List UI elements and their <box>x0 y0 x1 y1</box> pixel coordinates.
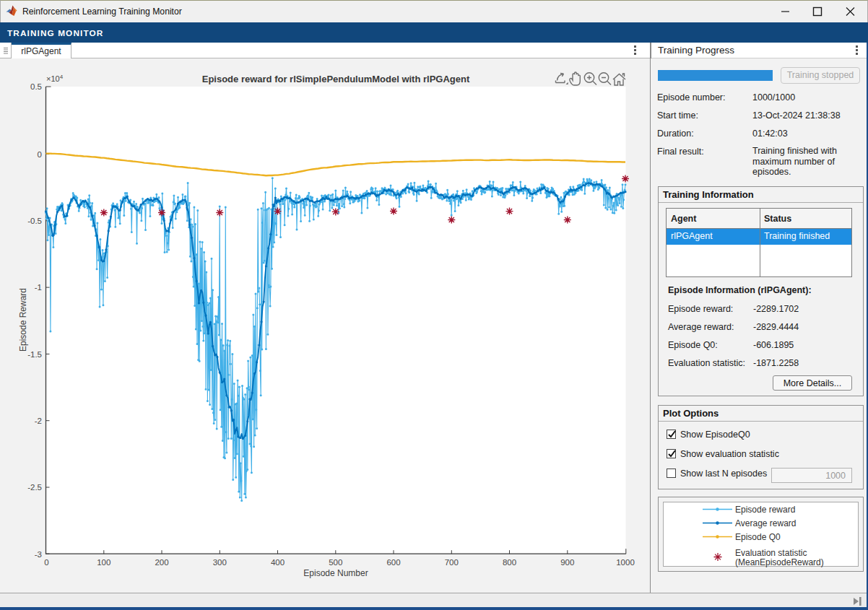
svg-text:×104: ×104 <box>46 74 64 83</box>
svg-text:800: 800 <box>503 558 516 567</box>
svg-text:-2: -2 <box>35 417 42 425</box>
svg-text:-1: -1 <box>35 283 42 292</box>
svg-text:300: 300 <box>213 558 227 567</box>
svg-text:0: 0 <box>44 558 48 567</box>
svg-text:600: 600 <box>386 558 400 567</box>
svg-text:0.5: 0.5 <box>30 82 42 91</box>
svg-text:900: 900 <box>560 558 574 567</box>
svg-text:-0.5: -0.5 <box>27 217 42 225</box>
svg-text:-2.5: -2.5 <box>27 483 42 492</box>
svg-text:-3: -3 <box>35 550 42 559</box>
svg-text:Evaluation statistic: Evaluation statistic <box>735 548 807 558</box>
svg-text:-1.5: -1.5 <box>27 350 42 359</box>
svg-text:0: 0 <box>38 150 42 159</box>
svg-text:1000: 1000 <box>616 558 635 567</box>
svg-text:200: 200 <box>155 558 168 567</box>
svg-text:100: 100 <box>97 558 110 567</box>
svg-text:400: 400 <box>271 558 285 567</box>
svg-text:500: 500 <box>329 558 342 567</box>
svg-text:700: 700 <box>445 558 459 567</box>
svg-text:Episode Number: Episode Number <box>303 568 368 578</box>
svg-text:Episode reward for rlSimplePen: Episode reward for rlSimplePendulumModel… <box>202 74 470 84</box>
svg-text:Episode reward: Episode reward <box>735 505 795 515</box>
svg-text:Average reward: Average reward <box>735 518 797 528</box>
svg-text:Episode Q0: Episode Q0 <box>735 532 781 542</box>
svg-text:Episode Reward: Episode Reward <box>18 288 28 352</box>
svg-text:(MeanEpisodeReward): (MeanEpisodeReward) <box>735 557 824 567</box>
